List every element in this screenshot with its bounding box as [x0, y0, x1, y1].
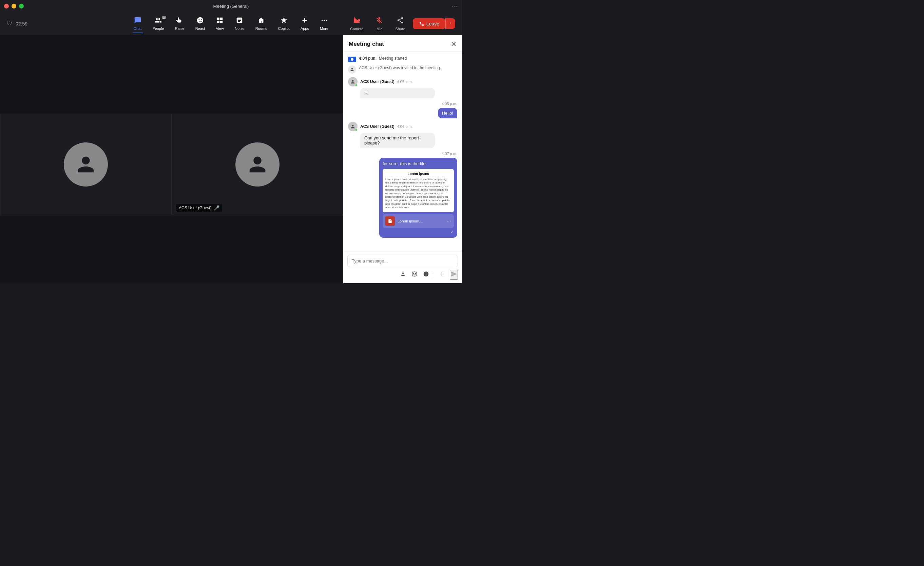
- message-row-hi: ACS User (Guest) 4:05 p.m. Hi: [348, 77, 457, 98]
- titlebar: Meeting (General) ⋯: [0, 0, 462, 12]
- apps-label: Apps: [300, 27, 309, 30]
- more-icon: [320, 16, 328, 25]
- input-tool-divider: [434, 272, 434, 278]
- svg-point-1: [324, 19, 325, 21]
- msg-user-2: ACS User (Guest): [360, 124, 394, 129]
- video-tile-1: [0, 114, 172, 216]
- raise-label: Raise: [175, 27, 184, 30]
- meeting-timer: 02:59: [16, 21, 27, 27]
- share-button[interactable]: Share: [390, 15, 410, 33]
- react-label: React: [195, 27, 205, 30]
- notes-icon: [236, 16, 243, 25]
- avatar-1: [64, 142, 108, 187]
- toolbar-left: 🛡 02:59: [7, 21, 27, 27]
- titlebar-more-icon[interactable]: ⋯: [452, 2, 458, 10]
- toolbar-item-raise[interactable]: Raise: [170, 15, 189, 33]
- people-icon: [154, 16, 162, 25]
- leave-button[interactable]: Leave: [413, 18, 446, 29]
- chat-panel: Meeting chat ✕ 4:04 p.m. Meeting started…: [343, 35, 462, 283]
- bubble-hello: Hello!: [438, 108, 457, 118]
- chat-messages: 4:04 p.m. Meeting started ACS User (Gues…: [343, 52, 462, 251]
- giphy-button[interactable]: [422, 270, 430, 280]
- rooms-label: Rooms: [255, 27, 267, 30]
- avatar-status-dot-2: [355, 129, 357, 131]
- msg-time-file: 4:07 p.m.: [442, 151, 457, 156]
- bubble-hi: Hi: [360, 88, 435, 98]
- msg-time-hello: 4:05 p.m.: [442, 102, 457, 106]
- toolbar-item-chat[interactable]: Chat: [129, 15, 146, 33]
- notes-label: Notes: [235, 27, 244, 30]
- attach-button[interactable]: [438, 270, 446, 280]
- chat-input-tools: [347, 270, 458, 280]
- svg-point-0: [321, 19, 322, 21]
- more-label: More: [320, 27, 328, 30]
- people-badge: 2: [162, 16, 166, 19]
- emoji-button[interactable]: [411, 270, 418, 280]
- system-message-started: 4:04 p.m. Meeting started: [348, 56, 457, 62]
- toolbar-item-notes[interactable]: Notes: [230, 15, 249, 33]
- msg-time-2: 4:06 p.m.: [397, 124, 413, 129]
- window-title: Meeting (General): [213, 4, 249, 9]
- avatar-status-dot: [355, 84, 357, 87]
- view-label: View: [216, 27, 224, 30]
- raise-icon: [176, 16, 183, 25]
- react-icon: [196, 16, 204, 25]
- camera-off-icon: [353, 16, 361, 25]
- leave-dropdown-button[interactable]: [446, 18, 455, 29]
- dot-icon: [351, 58, 354, 61]
- file-check-icon: ✓: [382, 229, 454, 234]
- copilot-label: Copilot: [278, 27, 290, 30]
- file-footer[interactable]: Lorem ipsum.... ···: [382, 214, 454, 228]
- file-preview[interactable]: Lorem ipsum Lorem ipsum dolor sit amet, …: [382, 169, 454, 212]
- chat-close-button[interactable]: ✕: [451, 41, 457, 48]
- camera-button[interactable]: Camera: [345, 15, 368, 33]
- maximize-button[interactable]: [19, 4, 24, 9]
- share-icon: [396, 16, 404, 25]
- toolbar-item-rooms[interactable]: Rooms: [250, 15, 272, 33]
- rooms-icon: [258, 16, 265, 25]
- chat-label: Chat: [134, 27, 141, 30]
- share-label: Share: [395, 27, 405, 31]
- toolbar-right: Camera Mic Share Leave: [345, 15, 455, 33]
- leave-label: Leave: [426, 21, 439, 27]
- chat-title: Meeting chat: [349, 41, 384, 48]
- avatar-2: [236, 142, 279, 187]
- video-user-name: ACS User (Guest): [179, 205, 212, 210]
- svg-point-2: [326, 19, 327, 21]
- people-label: People: [152, 27, 164, 30]
- video-area: ACS User (Guest) 🎤: [0, 35, 343, 283]
- message-row-hello: 4:05 p.m. Hello!: [348, 102, 457, 118]
- toolbar-item-apps[interactable]: Apps: [296, 15, 314, 33]
- system-message-invited: ACS User (Guest) was invited to the meet…: [348, 66, 457, 73]
- send-button[interactable]: [450, 270, 458, 280]
- toolbar-item-view[interactable]: View: [211, 15, 229, 33]
- file-message: for sure, this is the file: Lorem ipsum …: [379, 158, 457, 238]
- acs-avatar-2: [348, 122, 357, 131]
- file-preview-text: Lorem ipsum dolor sit amet, consectetur …: [386, 178, 451, 210]
- format-text-button[interactable]: [399, 270, 407, 280]
- file-preview-title: Lorem ipsum: [386, 172, 451, 176]
- chat-icon: [134, 16, 141, 25]
- message-header-report: ACS User (Guest) 4:06 p.m.: [348, 122, 457, 131]
- apps-icon: [301, 16, 308, 25]
- video-label-2: ACS User (Guest) 🎤: [176, 204, 222, 212]
- toolbar-item-react[interactable]: React: [190, 15, 210, 33]
- message-row-report: ACS User (Guest) 4:06 p.m. Can you send …: [348, 122, 457, 148]
- invite-icon: [348, 66, 356, 73]
- file-name: Lorem ipsum....: [398, 219, 444, 223]
- close-button[interactable]: [4, 4, 9, 9]
- mic-button[interactable]: Mic: [371, 15, 388, 33]
- file-more-button[interactable]: ···: [447, 218, 451, 224]
- chat-header: Meeting chat ✕: [343, 35, 462, 52]
- meeting-started-icon: [348, 57, 356, 62]
- message-row-file: 4:07 p.m. for sure, this is the file: Lo…: [348, 151, 457, 238]
- toolbar-item-people[interactable]: 2 People: [147, 15, 169, 33]
- top-spacer: [0, 35, 343, 114]
- toolbar-item-copilot[interactable]: Copilot: [273, 15, 294, 33]
- minimize-button[interactable]: [12, 4, 16, 9]
- shield-icon: 🛡: [7, 21, 12, 27]
- message-header-hi: ACS User (Guest) 4:05 p.m.: [348, 77, 457, 87]
- toolbar-item-more[interactable]: More: [315, 15, 333, 33]
- main-area: ACS User (Guest) 🎤 Meeting chat ✕ 4:04 p…: [0, 35, 462, 283]
- chat-input[interactable]: [347, 255, 458, 267]
